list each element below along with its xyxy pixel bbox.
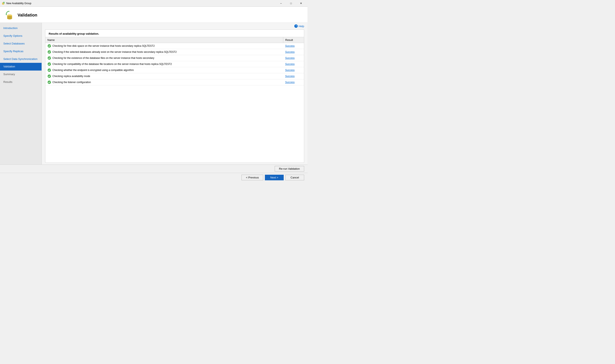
row-name-cell: Checking if the selected databases alrea… bbox=[45, 49, 283, 55]
success-check-icon bbox=[47, 80, 51, 84]
next-button[interactable]: Next > bbox=[265, 175, 284, 180]
row-content: Checking for free disk space on the serv… bbox=[47, 44, 281, 48]
minimize-button[interactable]: – bbox=[276, 0, 286, 6]
sidebar-item-introduction[interactable]: Introduction bbox=[0, 25, 41, 32]
sidebar-item-specify-options[interactable]: Specify Options bbox=[0, 32, 41, 40]
result-link[interactable]: Success bbox=[285, 69, 295, 72]
window-controls: – □ ✕ bbox=[276, 0, 306, 6]
svg-point-10 bbox=[48, 50, 51, 54]
table-row: Checking the listener configurationSucce… bbox=[45, 79, 304, 85]
bottom-area: Re-run Validation < Previous Next > Canc… bbox=[0, 165, 307, 182]
success-check-icon bbox=[47, 62, 51, 66]
help-label: Help bbox=[299, 25, 304, 28]
previous-button[interactable]: < Previous bbox=[242, 175, 263, 180]
rerun-bar: Re-run Validation bbox=[0, 165, 307, 173]
col-header-result: Result bbox=[283, 37, 304, 43]
page-title: Validation bbox=[17, 13, 37, 17]
sidebar-item-select-data-sync[interactable]: Select Data Synchronization bbox=[0, 55, 41, 63]
title-bar: New Availability Group – □ ✕ bbox=[0, 0, 307, 7]
nav-bar: < Previous Next > Cancel bbox=[0, 173, 307, 182]
results-table: Name Result Checking for free disk space… bbox=[45, 37, 304, 163]
row-result-cell[interactable]: Success bbox=[283, 67, 304, 73]
success-check-icon bbox=[47, 50, 51, 54]
table-header-row: Name Result bbox=[45, 37, 304, 43]
cancel-button[interactable]: Cancel bbox=[285, 175, 304, 180]
table-row: Checking for free disk space on the serv… bbox=[45, 43, 304, 49]
row-name-cell: Checking for the existence of the databa… bbox=[45, 55, 283, 61]
row-name-cell: Checking for free disk space on the serv… bbox=[45, 43, 283, 49]
svg-point-12 bbox=[48, 62, 51, 66]
row-name-cell: Checking for compatibility of the databa… bbox=[45, 61, 283, 67]
validation-icon bbox=[4, 10, 14, 20]
success-check-icon bbox=[47, 44, 51, 48]
col-header-name: Name bbox=[45, 37, 283, 43]
row-content: Checking whether the endpoint is encrypt… bbox=[47, 68, 281, 72]
result-link[interactable]: Success bbox=[285, 51, 295, 53]
row-content: Checking replica availability mode bbox=[47, 74, 281, 78]
svg-point-15 bbox=[48, 80, 51, 84]
close-button[interactable]: ✕ bbox=[296, 0, 306, 6]
table-row: Checking replica availability modeSucces… bbox=[45, 73, 304, 79]
sidebar: Introduction Specify Options Select Data… bbox=[0, 23, 42, 165]
sidebar-item-validation[interactable]: Validation bbox=[0, 63, 41, 71]
window-title: New Availability Group bbox=[6, 2, 276, 5]
row-content: Checking if the selected databases alrea… bbox=[47, 50, 281, 54]
row-result-cell[interactable]: Success bbox=[283, 79, 304, 85]
sidebar-item-summary: Summary bbox=[0, 71, 41, 78]
row-name-cell: Checking replica availability mode bbox=[45, 73, 283, 79]
row-name-cell: Checking the listener configuration bbox=[45, 79, 283, 85]
help-link[interactable]: ? Help bbox=[294, 25, 304, 28]
row-name-text: Checking the listener configuration bbox=[53, 81, 91, 84]
success-check-icon bbox=[47, 74, 51, 78]
help-icon: ? bbox=[294, 25, 298, 28]
svg-point-8 bbox=[7, 16, 12, 18]
svg-marker-2 bbox=[6, 14, 7, 15]
table-row: Checking if the selected databases alrea… bbox=[45, 49, 304, 55]
table-row: Checking whether the endpoint is encrypt… bbox=[45, 67, 304, 73]
row-content: Checking for compatibility of the databa… bbox=[47, 62, 281, 66]
main-content: ? Help Results of availability group val… bbox=[42, 23, 307, 165]
row-result-cell[interactable]: Success bbox=[283, 49, 304, 55]
result-link[interactable]: Success bbox=[285, 57, 295, 60]
result-link[interactable]: Success bbox=[285, 75, 295, 78]
content-area: Introduction Specify Options Select Data… bbox=[0, 23, 307, 165]
content-panel: Results of availability group validation… bbox=[45, 29, 304, 163]
app-icon bbox=[2, 2, 5, 5]
svg-point-11 bbox=[48, 56, 51, 60]
row-name-text: Checking whether the endpoint is encrypt… bbox=[53, 69, 134, 72]
sidebar-item-select-databases[interactable]: Select Databases bbox=[0, 40, 41, 48]
header-area: Validation bbox=[0, 7, 307, 23]
main-window: Validation Introduction Specify Options … bbox=[0, 7, 307, 182]
row-name-cell: Checking whether the endpoint is encrypt… bbox=[45, 67, 283, 73]
table-row: Checking for the existence of the databa… bbox=[45, 55, 304, 61]
svg-point-13 bbox=[48, 68, 51, 72]
sidebar-item-specify-replicas[interactable]: Specify Replicas bbox=[0, 48, 41, 55]
svg-point-9 bbox=[48, 44, 51, 48]
success-check-icon bbox=[47, 68, 51, 72]
row-name-text: Checking for compatibility of the databa… bbox=[53, 63, 172, 65]
svg-point-14 bbox=[48, 75, 51, 78]
result-link[interactable]: Success bbox=[285, 63, 295, 65]
maximize-button[interactable]: □ bbox=[286, 0, 296, 6]
results-header: Results of availability group validation… bbox=[45, 30, 304, 37]
result-link[interactable]: Success bbox=[285, 81, 295, 84]
rerun-validation-button[interactable]: Re-run Validation bbox=[275, 166, 304, 171]
row-result-cell[interactable]: Success bbox=[283, 55, 304, 61]
row-name-text: Checking for the existence of the databa… bbox=[53, 57, 154, 60]
row-content: Checking for the existence of the databa… bbox=[47, 56, 281, 60]
table-row: Checking for compatibility of the databa… bbox=[45, 61, 304, 67]
row-result-cell[interactable]: Success bbox=[283, 61, 304, 67]
row-result-cell[interactable]: Success bbox=[283, 73, 304, 79]
sidebar-item-results: Results bbox=[0, 78, 41, 86]
validation-table: Name Result Checking for free disk space… bbox=[45, 37, 304, 85]
success-check-icon bbox=[47, 56, 51, 60]
row-result-cell[interactable]: Success bbox=[283, 43, 304, 49]
row-name-text: Checking replica availability mode bbox=[53, 75, 90, 78]
help-bar: ? Help bbox=[42, 23, 307, 29]
row-name-text: Checking for free disk space on the serv… bbox=[53, 44, 155, 47]
row-name-text: Checking if the selected databases alrea… bbox=[53, 51, 177, 53]
row-content: Checking the listener configuration bbox=[47, 80, 281, 84]
result-link[interactable]: Success bbox=[285, 44, 295, 47]
